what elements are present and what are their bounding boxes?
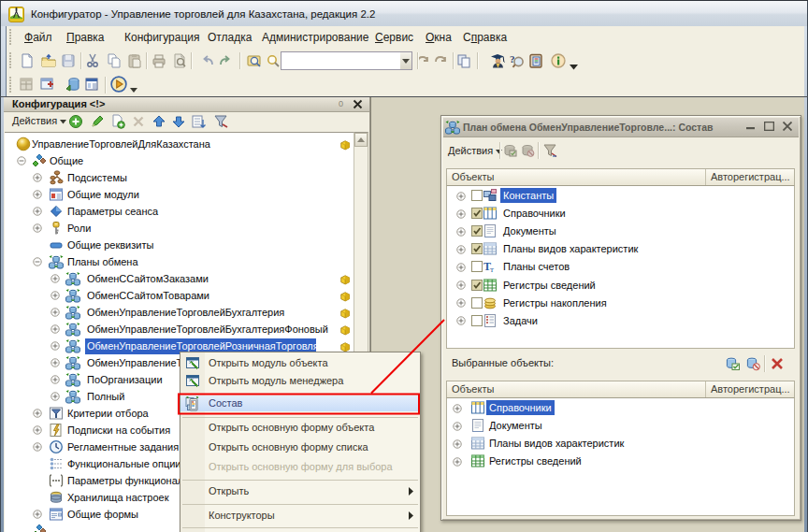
svg-text:т: т	[490, 265, 494, 274]
